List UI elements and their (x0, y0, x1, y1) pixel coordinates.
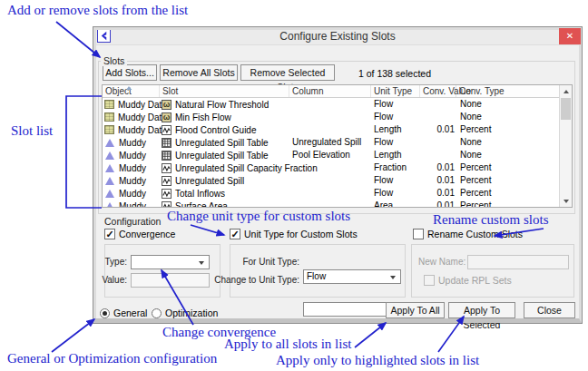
table-slot-icon (162, 151, 172, 161)
table-row[interactable]: Muddy Data ωMin Fish Flow Flow None (103, 111, 559, 123)
annotation-apply-all: Apply to all slots in list (224, 337, 351, 352)
annotation-add-remove: Add or remove slots from the list (7, 3, 188, 18)
selection-status: 1 of 138 selected (358, 68, 431, 79)
vertical-scrollbar[interactable] (559, 85, 572, 207)
column-header-slot[interactable]: Slot (160, 85, 289, 97)
chevron-down-icon (390, 276, 396, 279)
sort-indicator-icon (126, 86, 132, 90)
slot-table: Object Slot Column Unit Type Conv. Value… (102, 84, 573, 208)
annotation-general-opt: General or Optimization configuration (7, 351, 217, 366)
radio-unselected-icon (152, 308, 162, 318)
series-slot-icon (162, 176, 172, 186)
value-label: Value: (97, 273, 127, 288)
rename-custom-slots-checkbox[interactable]: Rename Custom Slots (413, 228, 523, 240)
update-rpl-sets-checkbox[interactable]: Update RPL Sets (424, 274, 512, 287)
checkbox-unchecked-icon (424, 275, 435, 286)
rename-panel (411, 244, 574, 298)
add-slots-button[interactable]: Add Slots... (103, 64, 157, 81)
checkbox-checked-icon: ✓ (104, 229, 115, 239)
scalar-slot-icon: ω (162, 112, 172, 122)
apply-to-selected-button[interactable]: Apply To Selected (448, 302, 515, 318)
scrollbar-thumb[interactable] (561, 98, 571, 120)
data-object-icon (104, 125, 114, 134)
window-title: Configure Existing Slots (93, 27, 582, 45)
riverware-logo-icon (97, 29, 111, 43)
reservoir-object-icon (105, 177, 114, 185)
for-unit-type-label: For Unit Type: (231, 255, 299, 269)
scroll-down-icon[interactable] (560, 195, 572, 207)
annotation-rename-custom: Rename custom slots (433, 212, 549, 228)
table-row[interactable]: Muddy Data Flood Control Guide Length 0.… (103, 123, 559, 136)
configuration-label: Configuration (102, 216, 163, 227)
series-slot-icon (162, 189, 172, 199)
reservoir-object-icon (105, 139, 114, 147)
new-name-input[interactable] (467, 255, 569, 269)
annotation-slot-list: Slot list (11, 123, 53, 139)
title-bar[interactable]: Configure Existing Slots (93, 27, 582, 45)
convergence-panel (104, 244, 220, 298)
configure-existing-slots-dialog: Configure Existing Slots ✕ Slots Add Slo… (93, 27, 582, 323)
table-row[interactable]: Muddy Data ωNatural Flow Threshold Flow … (103, 98, 559, 111)
slot-table-body: Object Slot Column Unit Type Conv. Value… (103, 85, 559, 207)
type-label: Type: (97, 255, 127, 269)
change-to-unit-type-label: Change to Unit Type: (214, 273, 299, 288)
remove-selected-slots-button[interactable]: Remove Selected Slots (240, 64, 335, 81)
new-name-label: New Name: (418, 255, 464, 269)
chevron-down-icon (199, 261, 204, 265)
reservoir-object-icon (105, 164, 114, 172)
unit-type-for-custom-slots-checkbox[interactable]: ✓ Unit Type for Custom Slots (230, 228, 358, 240)
column-header-unit-type[interactable]: Unit Type (371, 85, 420, 97)
table-header-row: Object Slot Column Unit Type Conv. Value… (103, 85, 559, 98)
column-header-conv-value[interactable]: Conv. Value (420, 85, 456, 97)
optimization-radio[interactable]: Optimization (152, 307, 218, 319)
series-slot-icon (162, 201, 172, 208)
slots-group-label: Slots (101, 55, 127, 66)
checkbox-checked-icon: ✓ (230, 229, 240, 239)
series-slot-icon (162, 163, 172, 173)
convergence-checkbox[interactable]: ✓ Convergence (104, 228, 175, 240)
apply-to-all-button[interactable]: Apply To All (386, 302, 445, 318)
table-row[interactable]: Muddy Unregulated Spill Flow 0.01 Percen… (103, 174, 559, 187)
close-button[interactable]: Close (524, 302, 575, 318)
table-row[interactable]: Muddy Unregulated Spill Table Pool Eleva… (103, 149, 559, 161)
reservoir-object-icon (105, 202, 114, 208)
column-header-column[interactable]: Column (289, 85, 371, 97)
annotation-apply-selected: Apply only to highlighted slots in list (276, 353, 479, 368)
annotation-change-unit: Change unit type for custom slots (167, 209, 350, 224)
column-header-conv-type[interactable]: Conv. Type (456, 85, 559, 97)
scroll-up-icon[interactable] (560, 85, 572, 97)
general-radio[interactable]: General (100, 307, 147, 319)
table-row[interactable]: Muddy Unregulated Spill Table Unregulate… (103, 136, 559, 149)
checkbox-unchecked-icon (413, 229, 424, 239)
close-icon[interactable]: ✕ (559, 28, 581, 44)
scalar-slot-icon: ω (162, 100, 172, 110)
reservoir-object-icon (105, 190, 114, 198)
data-object-icon (104, 100, 114, 109)
table-row[interactable]: Muddy Unregulated Spill Capacity Fractio… (103, 161, 559, 174)
table-row[interactable]: Muddy Total Inflows Flow 0.01 Percent (103, 187, 559, 200)
data-object-icon (104, 112, 114, 122)
series-slot-icon (162, 125, 172, 135)
table-row[interactable]: Muddy Surface Area Area 0.01 Percent (103, 200, 559, 207)
table-slot-icon (162, 138, 172, 148)
radio-selected-icon (100, 308, 110, 318)
for-unit-type-select[interactable]: Flow (303, 269, 401, 284)
remove-all-slots-button[interactable]: Remove All Slots (160, 64, 238, 81)
convergence-value-input[interactable] (131, 273, 210, 288)
convergence-type-select[interactable] (131, 255, 210, 269)
reservoir-object-icon (105, 151, 114, 160)
